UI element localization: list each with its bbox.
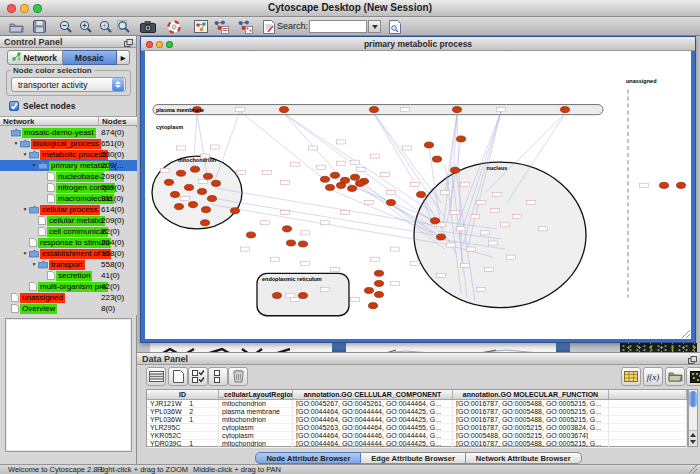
snapshot-camera-icon[interactable] xyxy=(138,18,158,35)
window-resize-grip-icon[interactable] xyxy=(679,327,691,339)
network-node[interactable] xyxy=(430,218,439,224)
float-panel-icon[interactable] xyxy=(124,38,133,50)
matrix-view-icon[interactable] xyxy=(686,367,700,386)
search-input[interactable] xyxy=(309,20,367,33)
network-node[interactable] xyxy=(176,170,185,176)
tree-expander-icon[interactable]: ▼ xyxy=(30,259,38,270)
delete-attribute-icon[interactable] xyxy=(228,367,248,386)
network-node[interactable] xyxy=(201,207,210,213)
resize-grip-icon[interactable] xyxy=(688,464,698,473)
network-node[interactable] xyxy=(374,292,383,298)
network-node[interactable] xyxy=(676,182,685,188)
network-node[interactable] xyxy=(432,156,441,162)
network-node[interactable] xyxy=(320,176,329,182)
scroll-up-button[interactable] xyxy=(689,430,697,438)
table-vertical-scrollbar[interactable] xyxy=(688,389,698,447)
network-node[interactable] xyxy=(211,180,220,186)
network-node[interactable] xyxy=(174,204,183,210)
network-node[interactable] xyxy=(298,293,307,299)
tree-header-network[interactable]: Network xyxy=(0,117,99,125)
open-session-icon[interactable] xyxy=(6,18,26,35)
annotation-icon[interactable] xyxy=(259,18,279,35)
layout-icon-1[interactable] xyxy=(211,18,231,35)
tree-row[interactable]: nucleobase-209(0) xyxy=(0,171,137,182)
tree-row[interactable]: ▼cellular process614(0) xyxy=(0,204,137,215)
network-node[interactable] xyxy=(230,208,239,214)
tree-row[interactable]: ▼biological_process651(0) xyxy=(0,138,137,149)
network-window-titlebar[interactable]: primary metabolic process xyxy=(141,37,695,51)
tree-row[interactable]: cell communicat22(0) xyxy=(0,226,137,237)
tab-network[interactable]: Network xyxy=(7,50,63,65)
unselect-attributes-icon[interactable] xyxy=(208,367,228,386)
network-node[interactable] xyxy=(207,196,216,202)
tab-overflow-arrow-icon[interactable]: ▶ xyxy=(117,50,130,65)
tree-expander-icon[interactable]: ▼ xyxy=(21,204,29,215)
network-node[interactable] xyxy=(190,166,199,172)
network-node[interactable] xyxy=(659,182,668,188)
new-attribute-icon[interactable] xyxy=(168,367,188,386)
table-row[interactable]: YPL036W__2plasma membrane[GO:0044464, GO… xyxy=(147,408,687,416)
table-column-header[interactable]: annotation.GO MOLECULAR_FUNCTION xyxy=(453,390,609,399)
network-node[interactable] xyxy=(450,167,459,173)
tree-row[interactable]: mosaic-demo-yeast874(0) xyxy=(0,127,137,138)
network-node[interactable] xyxy=(436,234,445,240)
network-node[interactable] xyxy=(368,303,377,309)
function-builder-icon[interactable]: f(x) xyxy=(643,367,663,386)
save-session-icon[interactable] xyxy=(29,18,49,35)
table-column-header[interactable]: ID xyxy=(147,390,219,399)
tree-row[interactable]: Overview8(0) xyxy=(0,303,137,314)
tree-row[interactable]: multi-organism pro42(0) xyxy=(0,281,137,292)
network-node[interactable] xyxy=(272,293,281,299)
network-node[interactable] xyxy=(369,107,378,113)
network-window[interactable]: primary metabolic process plasma membran… xyxy=(140,36,696,343)
tree-expander-icon[interactable]: ▼ xyxy=(21,248,29,259)
network-node[interactable] xyxy=(374,280,383,286)
attribute-table[interactable]: ID_cellularLayoutRegionannotation.GO CEL… xyxy=(146,389,688,447)
zoom-selected-icon[interactable] xyxy=(114,18,134,35)
network-node[interactable] xyxy=(364,287,373,293)
table-row[interactable]: YLR295Ccytoplasm[GO:0045263, GO:0044464,… xyxy=(147,424,687,432)
tree-row[interactable]: ▼establishment of lo558(0) xyxy=(0,248,137,259)
network-node[interactable] xyxy=(416,191,425,197)
zoom-out-icon[interactable] xyxy=(56,18,76,35)
window-titlebar[interactable]: Cytoscape Desktop (New Session) xyxy=(0,0,700,17)
tree-header-nodes[interactable]: Nodes xyxy=(99,117,126,125)
tree-expander-icon[interactable]: ▼ xyxy=(21,149,29,160)
help-lifesaver-icon[interactable] xyxy=(164,18,184,35)
network-canvas[interactable]: plasma membranecytoplasmmitochondrionnuc… xyxy=(145,51,691,339)
node-color-dropdown[interactable]: transporter activity xyxy=(11,77,126,92)
import-attributes-icon[interactable] xyxy=(665,367,685,386)
network-node[interactable] xyxy=(374,270,383,276)
network-node[interactable] xyxy=(282,226,291,232)
tree-row[interactable]: nitrogen compo209(0) xyxy=(0,182,137,193)
tree-expander-icon[interactable]: ▼ xyxy=(12,138,20,149)
tree-row[interactable]: ▼primary metabo209(... xyxy=(0,160,137,171)
table-row[interactable]: YKR052Ccytoplasm[GO:0044464, GO:0044446,… xyxy=(147,432,687,440)
network-node[interactable] xyxy=(164,179,173,185)
zoom-fit-icon[interactable] xyxy=(96,18,116,35)
search-config-icon[interactable] xyxy=(385,18,405,35)
network-node[interactable] xyxy=(170,191,179,197)
network-overview-panel[interactable] xyxy=(5,318,132,452)
table-row[interactable]: YDR039C__1mitochondrion[GO:0044464, GO:0… xyxy=(147,440,687,448)
network-edge[interactable] xyxy=(217,188,433,224)
tree-row[interactable]: cellular metabo209(0) xyxy=(0,215,137,226)
scrollbar-thumb[interactable] xyxy=(689,391,697,407)
tree-row[interactable]: ▼metabolic process280(0) xyxy=(0,149,137,160)
tab-mosaic[interactable]: Mosaic xyxy=(63,50,118,65)
tree-row[interactable]: ▼transport558(0) xyxy=(0,259,137,270)
tree-row[interactable]: secretion41(0) xyxy=(0,270,137,281)
network-node[interactable] xyxy=(560,107,569,113)
network-node[interactable] xyxy=(336,182,345,188)
select-nodes-checkbox[interactable] xyxy=(9,101,19,111)
tree-row[interactable]: response to stimulu264(0) xyxy=(0,237,137,248)
network-node[interactable] xyxy=(325,184,334,190)
network-node[interactable] xyxy=(184,184,193,190)
network-node[interactable] xyxy=(203,173,212,179)
network-node[interactable] xyxy=(386,200,395,206)
tree-row[interactable]: macromolecule311(0) xyxy=(0,193,137,204)
scroll-down-button[interactable] xyxy=(689,438,697,446)
network-node[interactable] xyxy=(355,180,364,186)
tab-network-attribute-browser[interactable]: Network Attribute Browser xyxy=(466,452,582,464)
zoom-in-icon[interactable] xyxy=(76,18,96,35)
